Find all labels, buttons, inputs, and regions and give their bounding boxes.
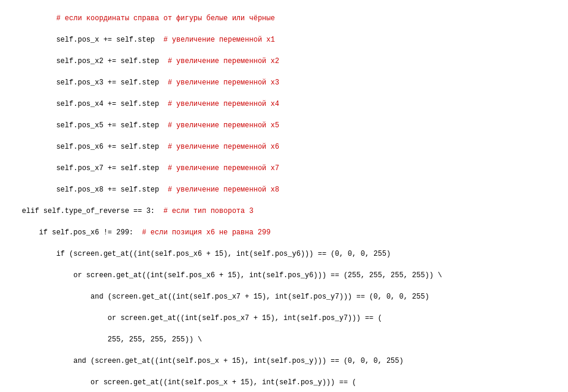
code-line: or screen.get_at((int(self.pos_x + 15), …: [5, 377, 563, 388]
code-line: self.pos_x7 += self.step # увеличение пе…: [5, 163, 563, 174]
code-line: self.pos_x4 += self.step # увеличение пе…: [5, 99, 563, 109]
code-line: self.pos_x6 += self.step # увеличение пе…: [5, 142, 563, 152]
code-line: if self.pos_x6 != 299: # если позиция x6…: [5, 227, 563, 238]
code-line: and (screen.get_at((int(self.pos_x + 15)…: [5, 356, 563, 366]
code-line: # если координаты справа от фигуры белые…: [5, 13, 563, 24]
code-line: if (screen.get_at((int(self.pos_x6 + 15)…: [5, 249, 563, 259]
code-viewer: # если координаты справа от фигуры белые…: [0, 0, 568, 392]
code-line: or screen.get_at((int(self.pos_x6 + 15),…: [5, 270, 563, 281]
comment-text: # если координаты справа от фигуры белые…: [56, 14, 274, 23]
code-line: self.pos_x2 += self.step # увеличение пе…: [5, 56, 563, 67]
code-line: and (screen.get_at((int(self.pos_x7 + 15…: [5, 291, 563, 302]
code-line: 255, 255, 255, 255)) \: [5, 334, 563, 345]
code-line: self.pos_x5 += self.step # увеличение пе…: [5, 120, 563, 131]
code-line: or screen.get_at((int(self.pos_x7 + 15),…: [5, 313, 563, 324]
code-line: self.pos_x3 += self.step # увеличение пе…: [5, 77, 563, 88]
code-line: self.pos_x8 += self.step # увеличение пе…: [5, 184, 563, 195]
code-line: self.pos_x += self.step # увеличение пер…: [5, 35, 563, 45]
code-line: elif self.type_of_reverse == 3: # если т…: [5, 206, 563, 217]
